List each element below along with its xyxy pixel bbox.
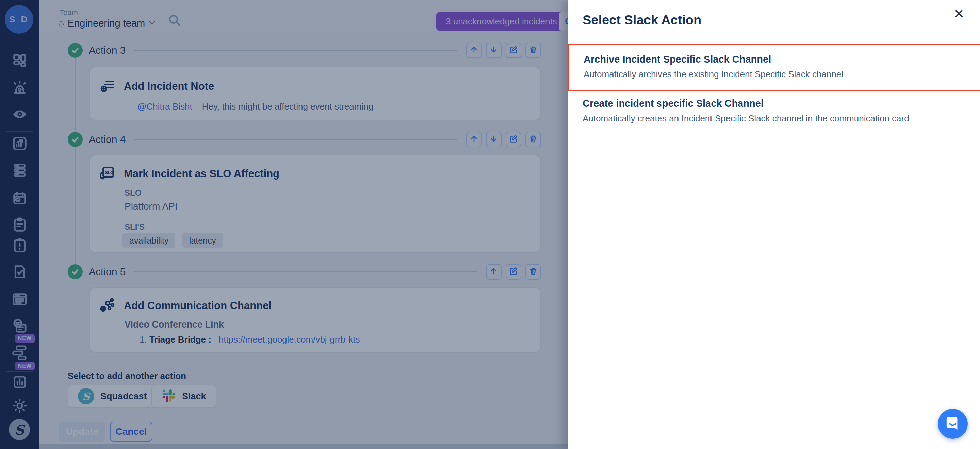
provider-name: Slack [182, 391, 206, 402]
action-3-delete-button[interactable] [525, 43, 541, 58]
add-slack-action-button[interactable]: Slack [151, 385, 216, 408]
update-button[interactable]: Update [59, 422, 105, 441]
action-label: Action 3 [89, 44, 126, 56]
action-rule [134, 271, 477, 272]
intercom-chat-button[interactable] [938, 409, 968, 439]
team-label: Team [60, 8, 78, 17]
cancel-button[interactable]: Cancel [110, 422, 153, 441]
action-5-delete-button[interactable] [525, 264, 541, 279]
action-rule [134, 50, 457, 51]
edit-icon [509, 46, 517, 55]
server-stack-icon [12, 163, 27, 179]
sidebar-item-dashboard[interactable] [11, 53, 28, 70]
add-action-label: Select to add another action [68, 371, 186, 381]
sidebar-item-schedules[interactable] [11, 190, 28, 207]
siren-icon [12, 80, 27, 97]
arrow-down-icon [490, 135, 498, 144]
edit-icon [509, 267, 517, 276]
video-conference-label: Video Conference Link [124, 319, 224, 330]
select-slack-action-panel: Select Slack Action ✕ Archive Incident S… [568, 0, 980, 449]
team-icon: ◌ [58, 18, 64, 29]
action-4-move-down-button[interactable] [486, 132, 501, 147]
scrollbar-track[interactable] [39, 444, 568, 449]
eye-icon [12, 106, 27, 124]
action-3-move-up-button[interactable] [466, 43, 482, 58]
action-5-move-up-button[interactable] [486, 264, 501, 279]
sidebar-item-workflows[interactable] [11, 345, 28, 362]
slo-label: SLO [124, 188, 141, 198]
option-archive-slack-channel[interactable]: Archive Incident Specific Slack Channel … [568, 44, 980, 91]
arrow-up-icon [490, 267, 498, 276]
option-description: Automatically archives the existing Inci… [584, 69, 980, 79]
svg-text:SLO: SLO [105, 170, 113, 175]
action-3-edit-button[interactable] [506, 43, 521, 58]
avatar[interactable]: S D [5, 5, 33, 34]
action-4-header: Action 4 [68, 130, 541, 149]
team-selector[interactable]: ◌ Engineering team [58, 18, 156, 29]
incident-note-body: @Chitra Bisht Hey, this might be affecti… [137, 102, 373, 112]
arrow-down-icon [490, 46, 498, 55]
slo-value: Platform API [124, 201, 178, 212]
mention-link[interactable]: @Chitra Bisht [137, 102, 192, 111]
action-4-move-up-button[interactable] [466, 132, 482, 147]
app-screen: S D [0, 0, 980, 449]
sidebar-item-tasks[interactable] [11, 237, 28, 254]
provider-name: Squadcast [100, 391, 147, 402]
action-3-move-down-button[interactable] [486, 43, 501, 58]
browser-window-icon [12, 292, 27, 308]
check-circle-icon [68, 132, 83, 147]
calendar-icon [12, 190, 27, 207]
sidebar-item-metrics[interactable] [11, 136, 28, 153]
action-5-card: Add Communication Channel Video Conferen… [89, 287, 541, 353]
close-icon[interactable]: ✕ [953, 8, 964, 21]
check-circle-icon [68, 264, 83, 279]
webforms-new-badge: NEW [15, 334, 35, 343]
squadcast-logo-icon[interactable]: S [9, 419, 30, 440]
card-title-row: SLO Mark Incident as SLO Affecting [100, 166, 279, 182]
sidebar-item-services[interactable] [11, 162, 28, 179]
option-description: Automatically creates an Incident Specif… [582, 113, 980, 124]
sli-chip: latency [182, 233, 223, 248]
card-title: Mark Incident as SLO Affecting [124, 168, 279, 180]
slack-icon [162, 389, 176, 404]
document-check-icon [12, 264, 27, 281]
bar-chart-icon [13, 375, 27, 390]
action-label: Action 5 [89, 266, 126, 278]
add-squadcast-action-button[interactable]: S Squadcast [68, 385, 157, 408]
trash-icon [529, 267, 537, 276]
panel-title: Select Slack Action [582, 13, 701, 27]
card-title-row: Add Communication Channel [100, 298, 272, 314]
sli-label: SLI'S [124, 222, 145, 232]
action-4-edit-button[interactable] [506, 132, 521, 147]
sidebar-item-analytics[interactable] [11, 374, 28, 391]
card-title: Add Incident Note [124, 80, 214, 92]
unacknowledged-incidents-badge[interactable]: 3 unacknowledged incidents [436, 12, 566, 31]
sli-tags: availability latency [123, 233, 228, 248]
sidebar-item-incidents[interactable] [11, 80, 28, 97]
webform-icon [12, 318, 27, 335]
action-5-edit-button[interactable] [506, 264, 521, 279]
arrow-up-icon [470, 135, 478, 144]
slo-icon: SLO [100, 166, 115, 182]
sidebar-item-status-pages[interactable] [11, 292, 28, 308]
option-create-slack-channel[interactable]: Create incident specific Slack Channel A… [568, 92, 980, 132]
sidebar-item-postmortems[interactable] [11, 264, 28, 281]
clipboard-icon [12, 217, 27, 233]
sidebar-item-oncall[interactable] [11, 106, 28, 124]
dashboard-icon [12, 53, 27, 70]
option-title: Create incident specific Slack Channel [582, 98, 980, 109]
sidebar-item-webforms[interactable] [11, 318, 28, 335]
incident-note-icon [100, 78, 115, 95]
content-edge-line [59, 31, 59, 444]
search-icon[interactable] [168, 14, 181, 29]
sidebar-item-runbooks[interactable] [11, 217, 28, 234]
chat-bubble-icon [945, 415, 961, 432]
meet-link[interactable]: https://meet.google.com/vbj-grrb-kts [219, 334, 360, 344]
team-name: Engineering team [68, 18, 145, 29]
sidebar-divider [6, 371, 33, 372]
note-text: Hey, this might be affecting event strea… [202, 102, 373, 111]
action-4-delete-button[interactable] [525, 132, 541, 147]
sli-chip: availability [123, 233, 175, 248]
sidebar-divider [6, 131, 33, 132]
sidebar-item-settings[interactable] [11, 398, 28, 415]
